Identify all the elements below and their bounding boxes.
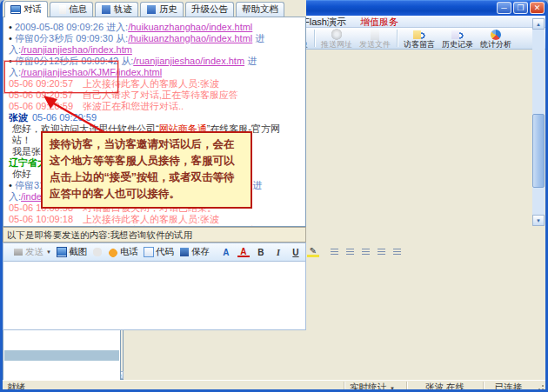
- tab-历史[interactable]: 历史: [140, 2, 184, 17]
- history-tab-icon: [146, 5, 157, 14]
- highlight-icon: ✎: [307, 248, 319, 257]
- font-button[interactable]: A: [217, 247, 235, 258]
- 访客留言-button[interactable]: 访客留言: [400, 28, 438, 49]
- chat-system-line: 05-06 10:09:18 上次接待此客人的客服人员:张波: [9, 214, 288, 225]
- bullet-list-button[interactable]: [343, 247, 358, 257]
- phone-icon: [108, 247, 118, 257]
- font-color-button[interactable]: A: [235, 247, 252, 258]
- chat-scrollbar[interactable]: ▲ ▼: [532, 18, 545, 226]
- numbered-list-icon: [330, 248, 340, 256]
- message-input[interactable]: [3, 262, 306, 330]
- code-icon: [144, 247, 154, 257]
- stats-icon: [487, 29, 505, 40]
- send-file-icon: [366, 29, 384, 40]
- 发送文件-button: 发送文件: [356, 28, 394, 49]
- 截图-button[interactable]: 截图: [54, 245, 90, 259]
- restore-button[interactable]: ❐: [513, 2, 528, 14]
- align-right-button[interactable]: [390, 247, 405, 257]
- 电话-button[interactable]: 电话: [105, 245, 141, 259]
- chat-nav-line: • 2009-05-08 09:09:26 进入:/huikuanzhangha…: [9, 22, 288, 33]
- scroll-down-icon[interactable]: ▼: [532, 215, 545, 226]
- scroll-up-icon[interactable]: ▲: [532, 18, 545, 30]
- status-connection: 已连接: [483, 382, 533, 392]
- underline-icon: U: [290, 248, 302, 257]
- 代码-button[interactable]: 代码: [141, 245, 177, 259]
- bullet-icon: •: [9, 56, 15, 66]
- italic-button[interactable]: I: [270, 247, 287, 258]
- bold-button[interactable]: B: [252, 247, 270, 258]
- tab-label: 对话: [23, 3, 42, 16]
- dialog-tab-icon: [10, 5, 21, 14]
- chat-page-link[interactable]: /ruanjianjieshao/index.htm: [21, 44, 132, 55]
- tab-label: 信息: [69, 3, 87, 16]
- tab-label: 历史: [159, 3, 177, 16]
- toolbar-button-label: 发送文件: [359, 40, 391, 49]
- close-button[interactable]: ✕: [530, 2, 545, 14]
- composer-button-label: 电话: [120, 246, 138, 258]
- toolbar-button-label: 统计分析: [480, 40, 511, 49]
- scroll-thumb[interactable]: [532, 114, 545, 188]
- underline-button[interactable]: U: [287, 247, 304, 258]
- send-icon: [13, 247, 23, 257]
- chat-sender-line: 张波05-06 09:20:59: [9, 112, 288, 123]
- history-icon: [449, 29, 466, 40]
- 统计分析-button[interactable]: 统计分析: [477, 28, 515, 49]
- chat-nav-text: 停留0分12秒后 09:09:42 从:: [15, 56, 133, 66]
- track-tab-icon: [101, 5, 111, 14]
- align-center-button[interactable]: [374, 247, 390, 257]
- chat-nav-line: • 停留0分12秒后 09:09:42 从:/ruanjianjieshao/i…: [9, 56, 288, 78]
- bold-icon: B: [255, 248, 267, 257]
- align-left-button[interactable]: [358, 247, 374, 257]
- tab-轨迹[interactable]: 轨迹: [95, 2, 138, 17]
- push-url-icon: [328, 29, 345, 40]
- font-color-icon: A: [237, 248, 250, 257]
- align-center-icon: [377, 248, 387, 256]
- toolbar-separator: [314, 30, 315, 47]
- info-tab-icon: [56, 5, 66, 14]
- font-icon: A: [220, 248, 232, 257]
- composer-toolbar: 发送▼截图电话代码保存AABIU✎: [3, 243, 306, 262]
- emoticon-icon: [92, 247, 103, 257]
- 发送-button: 发送▼: [10, 245, 54, 259]
- menu-item-增值服务[interactable]: 增值服务: [353, 16, 405, 28]
- status-realtime-stats[interactable]: 实时统计▼: [344, 382, 406, 392]
- status-agent: 张波 在线: [406, 382, 483, 392]
- composer-button-label: 截图: [69, 246, 87, 258]
- status-bar: 就绪 实时统计▼ 张波 在线 已连接: [3, 380, 545, 392]
- tab-label: 轨迹: [114, 3, 132, 16]
- pending-message-bar: 以下是即将要发送的内容:我想咨询软件的试用: [3, 227, 306, 243]
- composer-button-label: 发送: [25, 246, 43, 258]
- chevron-down-icon: ▼: [390, 386, 395, 391]
- 推送网址-button: 推送网址: [317, 28, 356, 49]
- 保存-button[interactable]: 保存: [177, 245, 212, 259]
- 历史记录-button[interactable]: 历史记录: [438, 28, 477, 49]
- tab-信息[interactable]: 信息: [50, 2, 93, 17]
- chat-message-text: 你好: [12, 169, 31, 179]
- chat-timestamp: 05-06 09:20:59: [32, 112, 97, 123]
- italic-icon: I: [272, 248, 284, 257]
- tab-对话[interactable]: 对话: [4, 1, 48, 17]
- tab-升级公告[interactable]: 升级公告: [185, 2, 234, 17]
- composer-button-label: 代码: [156, 246, 174, 258]
- chat-page-link[interactable]: /ruanjianjieshao/index.htm: [133, 56, 244, 66]
- quick-reply-bottom-bar: [4, 350, 119, 361]
- composer-button-label: 保存: [191, 246, 210, 258]
- resize-grip[interactable]: [535, 382, 545, 392]
- chat-page-link[interactable]: /huikuanzhanghao/index.html: [128, 22, 252, 32]
- numbered-list-button[interactable]: [327, 247, 343, 257]
- conversation-tabbar: 对话信息轨迹历史升级公告帮助文档: [3, 0, 306, 17]
- chevron-down-icon[interactable]: ▼: [46, 249, 51, 255]
- chat-nav-text: 2009-05-08 09:09:26 进入:: [15, 22, 128, 32]
- chat-system-line: 05-06 09:20:59 张波正在和您进行对话..: [9, 101, 288, 112]
- app-window: 网站商务通 ─ ❐ ✕ 我的状态系统设置个人设置帮助使用期限测试功能Flash演…: [0, 0, 548, 392]
- chat-page-link[interactable]: /ruanjianjieshao/KJMF/index.html: [21, 67, 162, 77]
- minimize-button[interactable]: ─: [497, 2, 511, 14]
- tab-label: 帮助文档: [242, 3, 278, 16]
- toolbar-button-label: 推送网址: [321, 40, 352, 49]
- highlight-button[interactable]: ✎: [304, 247, 322, 258]
- toolbar-separator: [397, 30, 398, 47]
- tab-帮助文档[interactable]: 帮助文档: [236, 2, 284, 17]
- annotation-tooltip: 接待访客，当访客邀请对话以后，会在这个地方等等客服人员接待，客服可以点击上边的“…: [41, 131, 252, 209]
- chat-page-link[interactable]: /huikuanzhanghao/index.html: [128, 33, 252, 43]
- visitor-message-icon: [411, 29, 428, 40]
